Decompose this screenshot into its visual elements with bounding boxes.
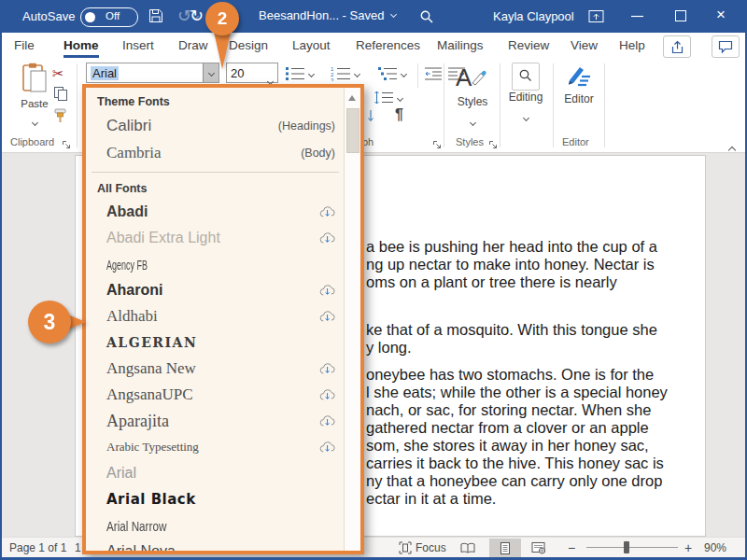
show-formatting-button[interactable]: ¶ bbox=[395, 106, 403, 123]
editing-label: Editing bbox=[506, 91, 545, 104]
paste-button[interactable]: Paste bbox=[13, 63, 56, 132]
paragraph: oneybee has two stomachs. One is for the… bbox=[366, 366, 713, 508]
numbering-chevron-icon bbox=[354, 70, 360, 77]
font-item-angsana-new[interactable]: Angsana New bbox=[86, 356, 345, 382]
font-item-algerian[interactable]: ALGERIAN bbox=[86, 329, 345, 356]
comments-button[interactable] bbox=[712, 35, 740, 58]
search-icon[interactable] bbox=[419, 9, 434, 24]
editor-button[interactable]: Editor bbox=[560, 63, 598, 105]
zoom-slider-handle[interactable] bbox=[624, 541, 629, 553]
focus-label[interactable]: Focus bbox=[416, 541, 446, 554]
font-dropdown-menu: Theme Fonts Calibri (Headings) Cambria (… bbox=[82, 84, 364, 554]
editor-label: Editor bbox=[560, 92, 598, 105]
read-mode-button[interactable] bbox=[454, 539, 482, 557]
font-size-combobox[interactable]: 20 bbox=[226, 63, 278, 83]
zoom-slider[interactable] bbox=[586, 547, 678, 548]
collapse-ribbon-icon[interactable] bbox=[729, 140, 735, 157]
styles-button[interactable]: A Styles bbox=[450, 62, 495, 129]
font-item-arial-nova[interactable]: Arial Nova bbox=[86, 539, 345, 554]
autosave-toggle[interactable]: Off bbox=[80, 7, 138, 27]
numbering-icon: 123 bbox=[331, 66, 351, 81]
share-button[interactable] bbox=[663, 35, 691, 58]
minimize-icon[interactable] bbox=[631, 10, 643, 22]
zoom-out-button[interactable]: − bbox=[568, 540, 575, 555]
paragraph: ke that of a mosquito. With this tongue … bbox=[366, 321, 713, 357]
page-indicator[interactable]: Page 1 of 1 bbox=[9, 541, 66, 554]
styles-chevron-icon bbox=[469, 119, 475, 126]
save-icon[interactable] bbox=[148, 7, 164, 24]
font-item-aparajita[interactable]: Aparajita bbox=[86, 408, 345, 434]
tab-help[interactable]: Help bbox=[619, 38, 645, 52]
numbering-button[interactable]: 123 bbox=[331, 66, 359, 81]
close-icon[interactable]: × bbox=[716, 6, 726, 24]
tab-design[interactable]: Design bbox=[229, 38, 268, 52]
focus-icon[interactable] bbox=[399, 541, 412, 558]
menu-scrollbar[interactable] bbox=[344, 88, 360, 551]
editing-button[interactable]: Editing bbox=[506, 62, 545, 124]
paragraph-dialog-launcher-icon[interactable] bbox=[432, 136, 442, 153]
menu-divider bbox=[92, 172, 339, 173]
format-painter-icon[interactable] bbox=[53, 108, 67, 127]
print-layout-icon bbox=[500, 541, 511, 555]
clipboard-dialog-launcher-icon[interactable] bbox=[62, 136, 71, 153]
font-item-abadi[interactable]: Abadi bbox=[86, 199, 345, 225]
styles-group-label: Styles bbox=[456, 136, 484, 147]
zoom-level[interactable]: 90% bbox=[704, 541, 726, 554]
line-spacing-chevron-icon bbox=[397, 94, 403, 101]
redo-icon[interactable]: ↻ bbox=[190, 7, 204, 24]
font-name-combobox[interactable]: Arial bbox=[86, 63, 219, 83]
tab-view[interactable]: View bbox=[571, 38, 598, 52]
font-item-arial-black[interactable]: Arial Black bbox=[86, 486, 345, 512]
font-item-aldhabi[interactable]: Aldhabi bbox=[86, 303, 345, 329]
tab-mailings[interactable]: Mailings bbox=[437, 38, 484, 52]
tab-references[interactable]: References bbox=[356, 38, 420, 52]
web-layout-button[interactable] bbox=[525, 539, 553, 557]
styles-dialog-launcher-icon[interactable] bbox=[488, 136, 498, 153]
tab-draw[interactable]: Draw bbox=[178, 38, 208, 52]
editor-pen-icon bbox=[566, 63, 592, 89]
cut-icon[interactable]: ✂ bbox=[52, 65, 64, 82]
theme-fonts-header: Theme Fonts bbox=[86, 91, 345, 112]
decrease-indent-button[interactable] bbox=[424, 66, 443, 81]
multilevel-chevron-icon bbox=[401, 70, 407, 77]
bullets-icon bbox=[285, 66, 305, 81]
font-item-agency-fb[interactable]: Agency FB bbox=[86, 251, 345, 277]
font-item-arabic-typesetting[interactable]: Arabic Typesetting bbox=[86, 434, 345, 460]
scrollbar-thumb[interactable] bbox=[346, 108, 359, 153]
line-spacing-button[interactable] bbox=[374, 91, 402, 105]
scroll-up-icon[interactable] bbox=[348, 95, 356, 101]
callout-2-pointer bbox=[214, 32, 231, 69]
callout-step-2: 2 bbox=[205, 2, 239, 35]
tab-insert[interactable]: Insert bbox=[122, 38, 154, 52]
all-fonts-header: All Fonts bbox=[86, 178, 345, 199]
tab-home[interactable]: Home bbox=[63, 38, 99, 58]
comment-icon bbox=[718, 40, 733, 54]
copy-icon[interactable] bbox=[53, 86, 68, 105]
font-item-arial[interactable]: Arial bbox=[86, 460, 345, 486]
document-title[interactable]: BeesandHon... - Saved bbox=[259, 8, 396, 22]
web-layout-icon bbox=[531, 541, 546, 554]
font-item-aharoni[interactable]: Aharoni bbox=[86, 277, 345, 303]
word-count-fragment[interactable]: 1 bbox=[75, 541, 81, 554]
print-layout-button[interactable] bbox=[489, 539, 521, 557]
font-item-angsanaupc[interactable]: AngsanaUPC bbox=[86, 382, 345, 408]
font-item-abadi-extra-light[interactable]: Abadi Extra Light bbox=[86, 225, 345, 251]
paste-chevron-icon bbox=[31, 119, 37, 126]
font-item-calibri[interactable]: Calibri (Headings) bbox=[86, 112, 345, 139]
font-name-value: Arial bbox=[91, 66, 119, 80]
maximize-icon[interactable] bbox=[675, 10, 686, 21]
multilevel-list-icon bbox=[377, 66, 398, 81]
user-name[interactable]: Kayla Claypool bbox=[493, 9, 574, 23]
tab-file[interactable]: File bbox=[14, 38, 35, 52]
headings-tag: (Headings) bbox=[278, 119, 335, 133]
multilevel-list-button[interactable] bbox=[377, 66, 406, 81]
editing-find-icon bbox=[512, 63, 540, 91]
font-item-cambria[interactable]: Cambria (Body) bbox=[86, 139, 345, 166]
tab-review[interactable]: Review bbox=[508, 38, 549, 52]
zoom-in-button[interactable]: + bbox=[684, 540, 692, 555]
bullets-button[interactable] bbox=[285, 66, 314, 81]
tab-layout[interactable]: Layout bbox=[292, 38, 331, 52]
cloud-download-icon bbox=[319, 441, 335, 454]
ribbon-display-options-icon[interactable] bbox=[588, 9, 604, 23]
font-item-arial-narrow[interactable]: Arial Narrow bbox=[86, 512, 345, 539]
